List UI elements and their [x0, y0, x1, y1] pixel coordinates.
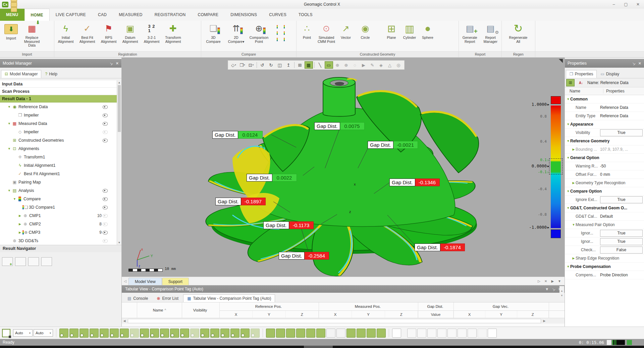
tree-item-best-fit-alignment1[interactable]: ✓ Best Fit Alignment1 — [0, 169, 117, 178]
tab-display[interactable]: ▭ Display — [597, 70, 623, 78]
prop-ignore1[interactable]: Ignor... True — [565, 229, 644, 237]
prop-gdt-cal[interactable]: GD&T Cal... Default — [565, 212, 644, 221]
table-subcolumn-header[interactable]: V — [549, 311, 565, 318]
fine-alignment-icon[interactable] — [184, 37, 191, 42]
multi-viewport-icon[interactable]: ⊞ — [296, 61, 304, 69]
tab-compare[interactable]: COMPARE — [192, 9, 224, 21]
toolbar-separator[interactable] — [314, 62, 315, 68]
gap-distance-annotation[interactable]: Gap Dist. -0.1874 — [415, 243, 465, 251]
tree-item-compare[interactable]: ▼ Compare — [0, 195, 117, 203]
visibility-percent-icon[interactable] — [180, 329, 189, 338]
tree-item-initial-alignment1[interactable]: ϟ Initial Alignment1 — [0, 161, 117, 169]
prop-offset[interactable]: Offset For... 0 mm — [565, 170, 644, 179]
tab-tabular-view[interactable]: ▦ Tabular View - Comparison Point Tag (A… — [183, 294, 275, 302]
visibility-sphere-icon[interactable] — [200, 329, 209, 338]
select-region-icon[interactable] — [276, 329, 285, 338]
view-tabs-close-icon[interactable]: ✕ — [544, 279, 547, 283]
select-face-icon[interactable] — [286, 329, 295, 338]
toolbar-separator[interactable] — [294, 62, 294, 68]
silhouette-compare-icon[interactable] — [271, 29, 277, 35]
impeller-model[interactable]: x z — [122, 58, 565, 277]
expand-arrow-icon[interactable]: ▶ — [17, 222, 22, 226]
replace-measured-data-button[interactable]: ▦ Replace Measured Data — [21, 21, 42, 48]
column-name[interactable]: Name^ — [137, 302, 182, 318]
prop-group-general-option[interactable]: ▼ General Option — [565, 154, 644, 162]
view-tabs-back-icon[interactable]: ◁ — [122, 277, 128, 285]
tab-support[interactable]: Support — [162, 278, 189, 285]
apply-result-button[interactable] — [15, 257, 26, 266]
visibility-eye-icon[interactable] — [103, 197, 108, 201]
column-reference-pos[interactable]: Reference Pos. XYZ — [220, 302, 319, 318]
display-mode-icon[interactable]: ❒▾ — [238, 61, 247, 69]
visibility-measured-icon[interactable] — [69, 329, 78, 338]
plane-button[interactable]: ⊞ Plane — [382, 21, 400, 40]
visibility-plane-icon[interactable] — [210, 329, 219, 338]
select-mesh-icon[interactable] — [316, 329, 325, 338]
paint-select-icon[interactable]: ✎ — [368, 61, 377, 69]
polygon-tool-icon[interactable] — [478, 329, 487, 338]
rps-alignment-button[interactable]: ⚑ RPS Alignment — [98, 21, 119, 44]
grid-dimension-icon[interactable] — [468, 329, 477, 338]
tree-item-impeller-reference[interactable]: ❒ Impeller — [0, 111, 117, 119]
table-subcolumn-header[interactable]: X — [319, 311, 352, 318]
tab-home[interactable]: HOME — [24, 9, 50, 21]
tab-help[interactable]: ? Help — [41, 70, 61, 78]
selection-mode-icon[interactable] — [2, 329, 10, 337]
tree-item-analysis[interactable]: ▼ ▤ Analysis — [0, 186, 117, 195]
rectangle-select-icon[interactable]: ▭ — [325, 61, 333, 69]
prop-group-gdt[interactable]: ▼ GD&T, Constructed Geom O... — [565, 204, 644, 212]
tab-curves[interactable]: CURVES — [263, 9, 292, 21]
quick-alignment-icon[interactable] — [184, 23, 191, 28]
delete-tags-icon[interactable] — [392, 329, 401, 338]
caliper-tool-icon[interactable] — [407, 329, 416, 338]
expand-arrow-icon[interactable]: ▼ — [566, 123, 570, 126]
visibility-arc-icon[interactable] — [251, 329, 260, 338]
axis-icon[interactable] — [437, 37, 443, 42]
cylinder-button[interactable]: ▥ Cylinder — [400, 21, 419, 40]
expand-arrow-icon[interactable]: ▼ — [7, 189, 12, 192]
expand-arrow-icon[interactable]: ▶ — [572, 257, 576, 260]
length-dimension-icon[interactable] — [417, 329, 426, 338]
view-tabs-menu-icon[interactable]: ▼ — [558, 279, 561, 283]
ellipse-select-icon[interactable]: ⊕ — [342, 61, 351, 69]
tab-model-view[interactable]: Model View — [128, 278, 162, 285]
prop-group-appearance[interactable]: ▼ Appearance — [565, 120, 644, 129]
tag-view-icon[interactable]: ▦ — [305, 61, 313, 69]
close-panel-icon[interactable]: ✕ — [638, 61, 641, 66]
gap-distance-annotation[interactable]: Gap Dist. -0.1173 — [263, 221, 314, 229]
visibility-eye-icon[interactable] — [103, 231, 108, 234]
add-result-button[interactable] — [2, 257, 13, 266]
minimize-button[interactable]: – — [608, 2, 620, 7]
tree-item-cmp1[interactable]: ▶ ⊕ CMP1 10 — [0, 211, 117, 220]
prop-bounding[interactable]: ▶ Bounding ... 107.9, 107.9, ... — [565, 145, 644, 154]
generate-report-button[interactable]: ▤ Generate Report — [460, 21, 480, 44]
target-display-icon[interactable] — [367, 329, 376, 338]
tree-item-transform1[interactable]: ✛ Transform1 — [0, 153, 117, 161]
boundary-compare-icon[interactable] — [278, 23, 284, 28]
table-subcolumn-header[interactable]: Z — [286, 311, 319, 318]
pin-icon[interactable]: ⊤ — [108, 61, 114, 66]
column-reference-vec[interactable]: Referen V — [549, 302, 565, 318]
expand-arrow-icon[interactable]: ▼ — [7, 147, 12, 150]
transform-alignment-button[interactable]: ✚ Transform Alignment — [162, 21, 184, 44]
expand-arrow-icon[interactable]: ▼ — [566, 156, 570, 159]
maximize-button[interactable]: ▢ — [620, 2, 632, 7]
table-subcolumn-header[interactable]: Y — [352, 311, 385, 318]
expand-arrow-icon[interactable]: ▶ — [572, 148, 576, 151]
tree-scrollbar[interactable]: ▲ ▼ — [117, 80, 121, 245]
table-horizontal-scrollbar[interactable]: ◀ ▶ — [122, 318, 565, 324]
visibility-pair2-icon[interactable] — [130, 329, 139, 338]
tab-tools[interactable]: TOOLS — [292, 9, 319, 21]
visibility-region-icon[interactable] — [170, 329, 179, 338]
tree-section-scan-process[interactable]: Scan Process — [0, 88, 117, 95]
prop-group-common[interactable]: ▼ Common — [565, 95, 644, 103]
table-subcolumn-header[interactable]: X — [220, 311, 253, 318]
gap-distance-annotation[interactable]: Gap Dist. -0.0021 — [368, 141, 418, 149]
view-tabs-last-icon[interactable]: ▶ — [551, 279, 554, 283]
precision-mode-select[interactable]: Auto▾ — [34, 329, 53, 337]
column-spacer[interactable] — [122, 302, 137, 318]
close-button[interactable]: ✕ — [632, 2, 644, 7]
prop-group-compare-option[interactable]: ▼ Compare Option — [565, 187, 644, 196]
delete-options-icon[interactable] — [402, 329, 406, 338]
visibility-eye-icon[interactable] — [103, 122, 108, 126]
